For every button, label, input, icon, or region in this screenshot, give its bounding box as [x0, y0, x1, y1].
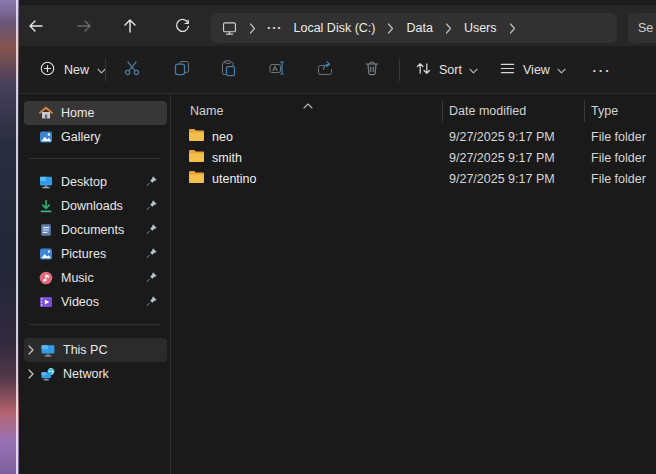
file-name-cell: utentino	[171, 170, 442, 187]
search-text: Se	[638, 21, 653, 35]
delete-button[interactable]	[354, 54, 390, 86]
cut-button[interactable]	[114, 54, 150, 86]
file-name-label: utentino	[212, 172, 256, 186]
toolbar-separator	[105, 59, 106, 81]
trash-icon	[363, 59, 381, 81]
toolbar-separator	[399, 59, 400, 81]
navigation-bar: ··· Local Disk (C:) Data Users Se	[19, 5, 656, 46]
back-button[interactable]	[19, 10, 53, 42]
refresh-button[interactable]	[165, 10, 199, 42]
pin-icon	[145, 271, 158, 287]
picture-icon	[38, 246, 54, 262]
home-icon	[38, 105, 54, 121]
ellipsis-icon: ···	[593, 63, 612, 78]
copy-button[interactable]	[164, 54, 200, 86]
copy-icon	[173, 59, 191, 81]
chevron-right-icon[interactable]	[28, 369, 36, 379]
sidebar-item-network[interactable]: Network	[24, 362, 167, 386]
document-icon	[38, 222, 54, 238]
type-cell: File folder	[584, 172, 656, 186]
navigation-pane: Home Gallery Desktop	[19, 94, 170, 474]
date-modified-cell: 9/27/2025 9:17 PM	[442, 151, 584, 165]
view-button[interactable]: View	[491, 54, 574, 86]
column-separator[interactable]	[442, 100, 443, 122]
folder-icon	[188, 128, 205, 145]
sidebar-item-documents[interactable]: Documents	[24, 218, 167, 242]
desktop-background-sliver	[0, 0, 19, 474]
folder-icon	[188, 170, 205, 187]
folder-icon	[188, 149, 205, 166]
sidebar-item-pictures[interactable]: Pictures	[24, 242, 167, 266]
sidebar-item-downloads[interactable]: Downloads	[24, 194, 167, 218]
rename-icon	[268, 59, 286, 81]
sidebar-item-label: This PC	[63, 343, 107, 357]
sidebar-item-label: Videos	[61, 295, 99, 309]
pin-icon	[145, 247, 158, 263]
date-modified-cell: 9/27/2025 9:17 PM	[442, 130, 584, 144]
monitor-icon	[221, 20, 238, 37]
file-name-label: smith	[212, 151, 242, 165]
breadcrumb-overflow[interactable]: ···	[265, 21, 285, 35]
download-arrow-icon	[38, 198, 54, 214]
sort-button[interactable]: Sort	[407, 54, 486, 86]
breadcrumb-data[interactable]: Data	[403, 19, 435, 37]
sidebar-item-label: Network	[63, 367, 109, 381]
sidebar-item-gallery[interactable]: Gallery	[24, 125, 167, 149]
sidebar-item-home[interactable]: Home	[24, 101, 167, 125]
sidebar-item-label: Music	[61, 271, 94, 285]
chevron-right-icon	[509, 23, 516, 34]
paste-button[interactable]	[210, 54, 246, 86]
column-header-date-modified[interactable]: Date modified	[442, 104, 584, 118]
more-options-button[interactable]: ···	[587, 54, 617, 86]
share-icon	[316, 59, 334, 81]
pin-icon	[145, 223, 158, 239]
sidebar-item-this-pc[interactable]: This PC	[24, 338, 167, 362]
sidebar-item-label: Downloads	[61, 199, 123, 213]
chevron-right-icon	[445, 23, 452, 34]
sidebar-item-label: Gallery	[61, 130, 101, 144]
scissors-icon	[123, 59, 141, 81]
sort-arrows-icon	[415, 60, 432, 80]
chevron-right-icon	[249, 23, 256, 34]
sidebar-item-music[interactable]: Music	[24, 266, 167, 290]
desktop-monitor-icon	[38, 174, 54, 190]
sidebar-item-desktop[interactable]: Desktop	[24, 170, 167, 194]
sort-button-label: Sort	[439, 63, 462, 77]
up-button[interactable]	[113, 10, 147, 42]
date-modified-cell: 9/27/2025 9:17 PM	[442, 172, 584, 186]
file-row-utentino[interactable]: utentino 9/27/2025 9:17 PM File folder	[171, 168, 656, 189]
gallery-icon	[38, 129, 54, 145]
screenshot-root: ··· Local Disk (C:) Data Users Se	[0, 0, 656, 474]
share-button[interactable]	[307, 54, 343, 86]
arrow-left-icon	[27, 17, 45, 35]
file-explorer-window: ··· Local Disk (C:) Data Users Se	[19, 0, 656, 474]
new-button[interactable]: New	[28, 54, 117, 86]
paste-icon	[219, 59, 237, 81]
breadcrumb-local-disk-c[interactable]: Local Disk (C:)	[291, 19, 379, 37]
breadcrumb-users[interactable]: Users	[461, 19, 500, 37]
list-lines-icon	[499, 60, 516, 80]
video-film-icon	[38, 294, 54, 310]
sidebar-item-label: Home	[61, 106, 94, 120]
forward-button[interactable]	[67, 10, 101, 42]
file-name-cell: smith	[171, 149, 442, 166]
sidebar-separator	[29, 324, 160, 325]
sidebar-item-videos[interactable]: Videos	[24, 290, 167, 314]
computer-monitor-icon	[40, 342, 56, 358]
explorer-body: Home Gallery Desktop	[19, 94, 656, 474]
column-header-type[interactable]: Type	[584, 104, 656, 118]
sidebar-separator	[29, 158, 160, 159]
network-globe-icon	[40, 366, 56, 382]
refresh-icon	[174, 18, 191, 35]
rename-button[interactable]	[259, 54, 295, 86]
file-row-smith[interactable]: smith 9/27/2025 9:17 PM File folder	[171, 147, 656, 168]
sidebar-item-label: Pictures	[61, 247, 106, 261]
column-separator[interactable]	[584, 100, 585, 122]
pin-icon	[145, 295, 158, 311]
chevron-right-icon[interactable]	[28, 345, 36, 355]
search-input[interactable]: Se	[628, 13, 656, 43]
file-name-cell: neo	[171, 128, 442, 145]
type-cell: File folder	[584, 151, 656, 165]
file-row-neo[interactable]: neo 9/27/2025 9:17 PM File folder	[171, 126, 656, 147]
address-bar[interactable]: ··· Local Disk (C:) Data Users	[211, 13, 617, 43]
